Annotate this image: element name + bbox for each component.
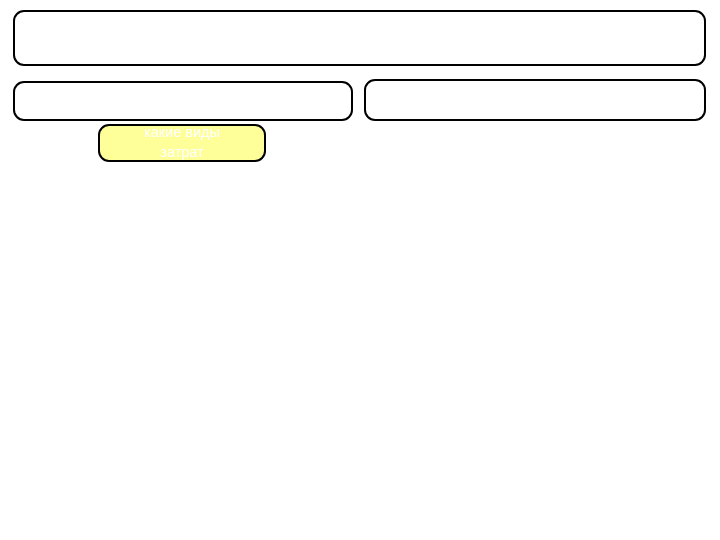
box-highlight-label: какие видызатрат — [140, 123, 224, 162]
diagram-canvas: Разделить затраты поуровнямсуществествен… — [0, 0, 720, 540]
box-top-wide — [13, 10, 706, 66]
box-highlight-yellow: какие видызатрат — [98, 124, 266, 162]
box-mid-left — [13, 81, 353, 121]
box-mid-right — [364, 79, 706, 121]
